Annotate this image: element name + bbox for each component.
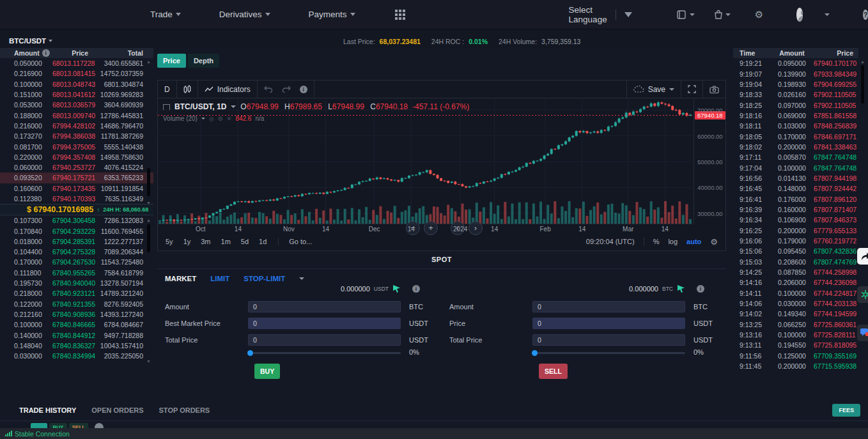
- order-book-row[interactable]: 0.16060067940.17343510911.191854: [0, 183, 153, 194]
- tab-stop-orders[interactable]: STOP ORDERS: [159, 406, 210, 414]
- sell-percent-slider[interactable]: 0%: [532, 352, 694, 354]
- order-book-row[interactable]: 0.21800067840.92312114789.321240: [0, 288, 153, 298]
- info-icon[interactable]: i: [697, 285, 704, 293]
- order-book-row[interactable]: 0.17000067904.26753011543.725480: [0, 257, 153, 267]
- order-book-row[interactable]: 0.08170067994.3750055555.140438: [0, 141, 153, 151]
- order-book-row[interactable]: 0.21216067840.90893614393.127240: [0, 309, 153, 320]
- trade-row[interactable]: 9:17:110.00587067847.764748: [733, 152, 858, 162]
- trade-row[interactable]: 9:18:020.20000067841.338463: [733, 142, 858, 152]
- order-book-row[interactable]: 0.10730067904.3064587286.132083: [0, 215, 153, 226]
- account-dropdown-icon[interactable]: [825, 13, 830, 16]
- trade-row[interactable]: 9:16:060.17900067760.219772: [733, 236, 858, 246]
- settings-icon[interactable]: ⚙: [218, 116, 223, 122]
- pair-selector[interactable]: BTC/USDT: [9, 37, 52, 45]
- order-book-row[interactable]: 0.10440067904.2753287089.206344: [0, 247, 153, 257]
- fullscreen-button[interactable]: [681, 81, 703, 98]
- trade-row[interactable]: 9:16:250.20000067779.655133: [733, 226, 858, 236]
- trade-row[interactable]: 9:16:410.17600067807.896120: [733, 194, 858, 204]
- trade-row[interactable]: 9:19:210.09500067940.170170: [733, 58, 858, 68]
- info-icon[interactable]: i: [412, 285, 420, 293]
- user-avatar[interactable]: [796, 8, 803, 22]
- chatgpt-extension-icon[interactable]: [857, 286, 868, 303]
- trade-row[interactable]: 9:15:060.09545067807.432836: [733, 246, 858, 256]
- buy-price-input[interactable]: [248, 318, 401, 329]
- order-book-row[interactable]: 0.12200067840.9213558276.592405: [0, 299, 153, 309]
- nav-item-trade[interactable]: Trade: [150, 10, 181, 19]
- trade-row[interactable]: 9:19:070.13990067933.984349: [733, 68, 858, 79]
- sell-amount-input[interactable]: [532, 301, 685, 312]
- candle-style-button[interactable]: [177, 81, 198, 98]
- auto-scale-button[interactable]: auto: [686, 238, 701, 245]
- volume-legend-label[interactable]: Volume (20): [163, 115, 198, 122]
- close-icon[interactable]: ✕: [227, 116, 232, 122]
- slider-handle[interactable]: [247, 350, 253, 356]
- range-button-5y[interactable]: 5y: [166, 238, 173, 245]
- undo-icon[interactable]: [264, 86, 273, 93]
- legend-symbol[interactable]: BTC/USDT, 1D: [174, 102, 226, 111]
- snapshot-button[interactable]: [703, 81, 725, 98]
- trade-row[interactable]: 9:15:030.20860067807.474769: [733, 257, 858, 267]
- asks-scrollbar[interactable]: ▲ ▼: [146, 59, 151, 205]
- order-book-row[interactable]: 0.21690068013.08141514752.037359: [0, 68, 153, 79]
- sell-price-input[interactable]: [532, 318, 685, 329]
- trade-row[interactable]: 9:16:450.14800067807.924442: [733, 183, 858, 194]
- trade-row[interactable]: 9:13:250.06625067725.860361: [733, 320, 858, 330]
- chevron-down-icon[interactable]: [231, 105, 236, 108]
- trade-row[interactable]: 9:14:060.03000067744.203138: [733, 298, 858, 309]
- range-button-1m[interactable]: 1m: [221, 238, 231, 245]
- nav-item-payments[interactable]: Payments: [309, 10, 355, 19]
- clock-utc[interactable]: 09:20:04 (UTC): [586, 238, 635, 245]
- tab-depth[interactable]: Depth: [188, 54, 219, 68]
- order-book-row[interactable]: 0.10000067840.8466656784.084667: [0, 320, 153, 330]
- sell-button[interactable]: SELL: [539, 364, 568, 379]
- order-book-row[interactable]: 0.05300068013.0365793604.690939: [0, 100, 153, 110]
- order-book-row[interactable]: 0.11238067940.1703937635.116349: [0, 194, 153, 204]
- log-scale-button[interactable]: log: [668, 238, 678, 245]
- apps-grid-icon[interactable]: [395, 10, 405, 20]
- order-book-row[interactable]: 0.17084067904.29322911600.769455: [0, 226, 153, 236]
- order-book-row[interactable]: 0.18800068013.00974012786.445831: [0, 110, 153, 120]
- trade-row[interactable]: 9:16:390.16000067807.871407: [733, 204, 858, 215]
- trade-row[interactable]: 9:11:450.20000067715.595938: [733, 361, 858, 371]
- trade-row[interactable]: 9:13:160.10000067725.828111: [733, 330, 858, 340]
- help-icon[interactable]: ?: [863, 10, 868, 20]
- share-extension-icon[interactable]: [857, 248, 868, 265]
- range-button-1d[interactable]: 1d: [259, 238, 267, 245]
- price-axis[interactable]: 67940.18 70000.0060000.0050000.0040000.0…: [694, 98, 727, 224]
- trade-row[interactable]: 9:14:110.10000067744.224817: [733, 288, 858, 298]
- chart-info-icon[interactable]: i: [300, 86, 307, 93]
- trade-row[interactable]: 9:18:160.06900067851.861558: [733, 111, 858, 121]
- order-book-row[interactable]: 0.22000067994.35740814958.758630: [0, 152, 153, 162]
- trade-row[interactable]: 9:19:040.19893067904.699255: [733, 79, 858, 89]
- redo-icon[interactable]: [282, 86, 291, 93]
- nav-item-derivatives[interactable]: Derivatives: [219, 10, 270, 19]
- language-dropdown-icon[interactable]: [624, 12, 632, 17]
- trade-row[interactable]: 9:16:340.10690067807.846373: [733, 215, 858, 225]
- range-button-3m[interactable]: 3m: [201, 238, 210, 245]
- trade-row[interactable]: 9:13:110.19455067725.818095: [733, 340, 858, 350]
- trade-row[interactable]: 9:18:250.09700067902.110505: [733, 100, 858, 110]
- order-book-row[interactable]: 0.05000068013.1172283400.655861: [0, 58, 153, 68]
- tab-trade-history[interactable]: TRADE HISTORY: [19, 406, 76, 414]
- order-book-row[interactable]: 0.14804067840.83632710043.157410: [0, 341, 153, 351]
- buy-percent-slider[interactable]: 0%: [248, 352, 409, 354]
- order-book-row[interactable]: 0.10000068013.0487436801.304874: [0, 79, 153, 89]
- trade-row[interactable]: 9:14:020.14934067744.194599: [733, 309, 858, 319]
- order-book-row[interactable]: 0.03000067840.8349942035.225050: [0, 351, 153, 361]
- order-book-row[interactable]: 0.15100068013.04161210269.969283: [0, 89, 153, 100]
- sell-total-input[interactable]: [532, 334, 685, 346]
- trade-row[interactable]: 9:18:050.17000067846.697171: [733, 131, 858, 141]
- percent-scale-button[interactable]: %: [653, 238, 660, 245]
- range-button-1y[interactable]: 1y: [183, 238, 191, 245]
- tab-price[interactable]: Price: [157, 54, 186, 68]
- order-book-row[interactable]: 0.19573067840.94004013278.507194: [0, 278, 153, 288]
- trade-row[interactable]: 9:16:560.01413067807.944198: [733, 173, 858, 183]
- assets-menu[interactable]: [714, 10, 731, 19]
- chart-plot-area[interactable]: BTC/USDT, 1D O67948.99 H67989.65 L67948.…: [158, 98, 692, 224]
- trade-row[interactable]: 9:14:160.20600067744.236098: [733, 277, 858, 288]
- order-book-row[interactable]: 0.11180067840.9552657584.618799: [0, 268, 153, 278]
- order-book-row[interactable]: 0.09352067940.1757216353.765233: [0, 173, 153, 183]
- trade-row[interactable]: 9:18:330.02616067902.110505: [733, 89, 858, 100]
- indicators-button[interactable]: Indicators: [198, 81, 258, 98]
- trade-row[interactable]: 9:14:250.08785067744.258998: [733, 267, 858, 277]
